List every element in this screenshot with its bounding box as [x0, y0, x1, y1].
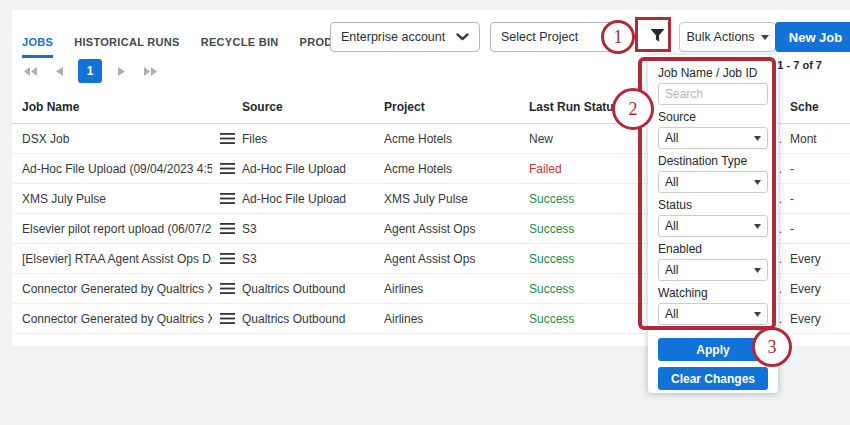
caret-down-icon: [754, 180, 761, 185]
caret-down-icon: [754, 224, 761, 229]
hamburger-menu-icon: [220, 193, 235, 204]
funnel-icon: [649, 27, 666, 44]
annotation-step-2: 2: [612, 88, 654, 130]
filter-selects: Source All Destination Type All Status A…: [658, 111, 768, 325]
project-cell: Acme Hotels: [384, 162, 529, 176]
current-page-indicator[interactable]: 1: [78, 59, 102, 83]
status-cell: Success: [529, 192, 637, 206]
filter-field: Watching All: [658, 287, 768, 325]
search-label: Job Name / Job ID: [658, 67, 768, 80]
source-cell: Qualtrics Outbound: [242, 282, 384, 296]
status-cell: Success: [529, 252, 637, 266]
header-source[interactable]: Source: [242, 100, 384, 114]
bulk-actions-label: Bulk Actions: [686, 30, 754, 44]
filter-field-select[interactable]: All: [658, 259, 768, 281]
tab[interactable]: JOBS: [22, 36, 53, 58]
schedule-cell: -: [782, 222, 850, 236]
hamburger-menu-icon: [220, 283, 235, 294]
filter-field-label: Source: [658, 111, 768, 124]
filter-field-select[interactable]: All: [658, 303, 768, 325]
new-job-label: New Job: [789, 30, 842, 45]
account-dropdown[interactable]: Enterprise account: [330, 22, 480, 52]
caret-down-icon: [754, 268, 761, 273]
clear-changes-button[interactable]: Clear Changes: [658, 367, 768, 390]
filter-button[interactable]: [642, 20, 672, 50]
filter-field-select[interactable]: All: [658, 127, 768, 149]
annotation-step-3: 3: [752, 327, 792, 367]
source-cell: Files: [242, 132, 384, 146]
header-job-name[interactable]: Job Name: [12, 100, 212, 114]
filter-field: Source All: [658, 111, 768, 149]
schedule-cell: -: [782, 192, 850, 206]
last-page-button[interactable]: [140, 61, 160, 81]
row-menu-button[interactable]: [212, 163, 242, 174]
arrow-right-icon: [118, 67, 125, 76]
filter-field-label: Status: [658, 199, 768, 212]
source-cell: Ad-Hoc File Upload: [242, 162, 384, 176]
row-menu-button[interactable]: [212, 253, 242, 264]
caret-down-icon: [754, 312, 761, 317]
project-cell: Airlines: [384, 282, 529, 296]
status-cell: New: [529, 132, 637, 146]
hamburger-menu-icon: [220, 223, 235, 234]
tab-label: RECYCLE BIN: [201, 36, 279, 48]
job-name-cell[interactable]: Ad-Hoc File Upload (09/04/2023 4:51 PM .…: [12, 162, 212, 176]
filter-field-select[interactable]: All: [658, 171, 768, 193]
row-menu-button[interactable]: [212, 223, 242, 234]
filter-field-value: All: [665, 263, 678, 277]
filter-field-value: All: [665, 175, 678, 189]
source-cell: S3: [242, 252, 384, 266]
header-project[interactable]: Project: [384, 100, 529, 114]
hamburger-menu-icon: [220, 313, 235, 324]
filter-field-label: Enabled: [658, 243, 768, 256]
job-search-input[interactable]: [658, 83, 768, 105]
filter-field-select[interactable]: All: [658, 215, 768, 237]
project-cell: Acme Hotels: [384, 132, 529, 146]
filter-field-value: All: [665, 131, 678, 145]
project-dropdown-placeholder: Select Project: [501, 30, 578, 44]
double-arrow-right-icon: [144, 67, 157, 76]
project-cell: Agent Assist Ops: [384, 252, 529, 266]
job-name-cell[interactable]: Connector Generated by Qualtrics XM Dis.…: [12, 312, 212, 326]
project-cell: XMS July Pulse: [384, 192, 529, 206]
status-cell: Success: [529, 312, 637, 326]
row-menu-button[interactable]: [212, 313, 242, 324]
row-menu-button[interactable]: [212, 133, 242, 144]
filter-field-label: Watching: [658, 287, 768, 300]
schedule-cell: Mont: [782, 132, 850, 146]
schedule-cell: Every: [782, 282, 850, 296]
tab[interactable]: RECYCLE BIN: [201, 36, 279, 58]
pagination: 1: [20, 58, 160, 84]
status-cell: Success: [529, 222, 637, 236]
job-name-cell[interactable]: Elsevier pilot report upload (06/07/2023…: [12, 222, 212, 236]
double-arrow-left-icon: [24, 67, 37, 76]
next-page-button[interactable]: [111, 61, 131, 81]
job-name-cell[interactable]: Connector Generated by Qualtrics XM Dis.…: [12, 282, 212, 296]
filter-field: Status All: [658, 199, 768, 237]
filter-field-label: Destination Type: [658, 155, 768, 168]
job-name-cell[interactable]: DSX Job: [12, 132, 212, 146]
tab[interactable]: HISTORICAL RUNS: [74, 36, 180, 58]
schedule-cell: Every: [782, 312, 850, 326]
status-cell: Success: [529, 282, 637, 296]
caret-down-icon: [761, 35, 769, 40]
job-name-cell[interactable]: XMS July Pulse: [12, 192, 212, 206]
first-page-button[interactable]: [20, 61, 40, 81]
row-menu-button[interactable]: [212, 193, 242, 204]
prev-page-button[interactable]: [49, 61, 69, 81]
filter-field-value: All: [665, 307, 678, 321]
new-job-button[interactable]: New Job: [775, 22, 850, 52]
header-schedule[interactable]: Sche: [782, 100, 850, 114]
filter-field-value: All: [665, 219, 678, 233]
hamburger-menu-icon: [220, 163, 235, 174]
filter-field: Destination Type All: [658, 155, 768, 193]
hamburger-menu-icon: [220, 253, 235, 264]
source-cell: Qualtrics Outbound: [242, 312, 384, 326]
source-cell: Ad-Hoc File Upload: [242, 192, 384, 206]
row-menu-button[interactable]: [212, 283, 242, 294]
annotation-step-1: 1: [601, 20, 635, 54]
project-cell: Airlines: [384, 312, 529, 326]
bulk-actions-button[interactable]: Bulk Actions: [679, 22, 776, 52]
filter-field: Enabled All: [658, 243, 768, 281]
job-name-cell[interactable]: [Elsevier] RTAA Agent Assist Ops Dashbo.…: [12, 252, 212, 266]
